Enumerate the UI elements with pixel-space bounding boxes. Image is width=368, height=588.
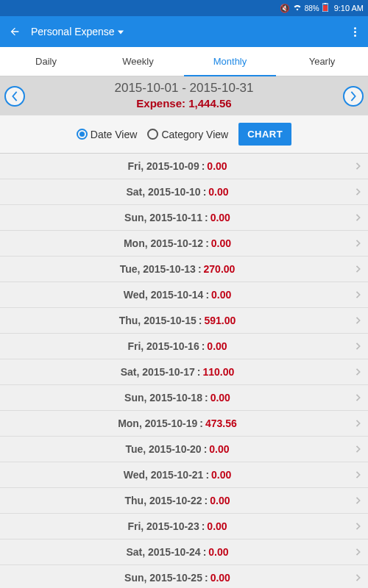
row-sep: : — [201, 186, 209, 198]
chevron-right-icon — [355, 546, 362, 558]
row-amount: 110.00 — [203, 366, 235, 378]
row-sep: : — [203, 469, 211, 481]
row-sep: : — [202, 572, 210, 584]
caret-down-icon — [118, 26, 124, 37]
row-amount: 0.00 — [208, 546, 228, 558]
status-bar: 🔇 88% 9:10 AM — [0, 0, 368, 16]
row-amount: 0.00 — [207, 520, 227, 532]
row-amount: 0.00 — [210, 572, 230, 584]
row-date: Sat, 2015-10-17 — [121, 366, 195, 378]
account-title: Personal Expense — [31, 26, 115, 37]
row-sep: : — [203, 289, 211, 301]
expense-row[interactable]: Wed, 2015-10-21 : 0.00 — [0, 462, 368, 488]
chevron-right-icon — [355, 520, 362, 532]
row-sep: : — [195, 366, 203, 378]
row-sep: : — [203, 237, 211, 249]
chart-button[interactable]: CHART — [238, 123, 291, 146]
date-range-text: 2015-10-01 - 2015-10-31 — [0, 81, 368, 96]
row-date: Tue, 2015-10-13 — [120, 263, 196, 275]
row-date: Fri, 2015-10-23 — [127, 520, 199, 532]
row-amount: 0.00 — [210, 212, 230, 223]
expense-row[interactable]: Wed, 2015-10-14 : 0.00 — [0, 282, 368, 308]
expense-row[interactable]: Tue, 2015-10-13 : 270.00 — [0, 257, 368, 282]
row-sep: : — [197, 417, 205, 429]
date-range-bar: 2015-10-01 - 2015-10-31 Expense: 1,444.5… — [0, 76, 368, 115]
row-amount: 0.00 — [211, 289, 231, 301]
expense-value: 1,444.56 — [188, 97, 231, 110]
row-sep: : — [199, 160, 208, 172]
chevron-right-icon — [355, 237, 362, 249]
back-button[interactable] — [7, 26, 22, 37]
category-view-radio[interactable]: Category View — [147, 129, 228, 140]
row-date: Tue, 2015-10-20 — [125, 443, 201, 455]
account-dropdown[interactable]: Personal Expense — [31, 26, 349, 37]
row-amount: 270.00 — [204, 263, 236, 275]
expense-label: Expense: — [136, 97, 185, 110]
chevron-right-icon — [355, 469, 362, 481]
chevron-right-icon — [355, 212, 362, 223]
row-amount: 0.00 — [211, 469, 231, 481]
expense-row[interactable]: Sun, 2015-10-18 : 0.00 — [0, 385, 368, 411]
row-amount: 473.56 — [205, 417, 237, 429]
radio-checked-icon — [77, 129, 88, 140]
row-date: Sat, 2015-10-10 — [126, 186, 200, 198]
expense-row[interactable]: Fri, 2015-10-09 : 0.00 — [0, 154, 368, 179]
battery-text: 88% — [305, 4, 319, 12]
overflow-menu-button[interactable] — [349, 27, 361, 37]
expense-row[interactable]: Thu, 2015-10-22 : 0.00 — [0, 488, 368, 514]
chevron-right-icon — [355, 340, 362, 352]
expense-row[interactable]: Mon, 2015-10-19 : 473.56 — [0, 411, 368, 437]
chevron-right-icon — [355, 186, 362, 198]
expense-list[interactable]: Fri, 2015-10-09 : 0.00Sat, 2015-10-10 : … — [0, 154, 368, 588]
date-view-radio[interactable]: Date View — [77, 129, 138, 140]
row-sep: : — [197, 315, 205, 326]
tab-daily[interactable]: Daily — [0, 47, 92, 76]
expense-row[interactable]: Sat, 2015-10-24 : 0.00 — [0, 539, 368, 565]
row-date: Fri, 2015-10-09 — [127, 160, 199, 172]
expense-row[interactable]: Sun, 2015-10-25 : 0.00 — [0, 565, 368, 588]
expense-row[interactable]: Fri, 2015-10-23 : 0.00 — [0, 514, 368, 539]
row-sep: : — [201, 546, 209, 558]
row-date: Sun, 2015-10-18 — [124, 392, 202, 404]
row-amount: 0.00 — [207, 340, 227, 352]
row-amount: 591.00 — [204, 315, 236, 326]
prev-period-button[interactable] — [4, 86, 25, 107]
row-date: Sat, 2015-10-24 — [126, 546, 200, 558]
row-sep: : — [202, 495, 210, 506]
expense-row[interactable]: Sat, 2015-10-17 : 110.00 — [0, 359, 368, 385]
row-date: Wed, 2015-10-14 — [124, 289, 204, 301]
period-tabs: DailyWeeklyMonthlyYearly — [0, 47, 368, 76]
expense-row[interactable]: Sat, 2015-10-10 : 0.00 — [0, 179, 368, 205]
chevron-right-icon — [355, 417, 362, 429]
view-controls: Date View Category View CHART — [0, 115, 368, 154]
chevron-right-icon — [355, 160, 362, 172]
expense-row[interactable]: Mon, 2015-10-12 : 0.00 — [0, 231, 368, 257]
row-date: Mon, 2015-10-12 — [124, 237, 203, 249]
expense-row[interactable]: Tue, 2015-10-20 : 0.00 — [0, 437, 368, 462]
date-view-label: Date View — [91, 129, 138, 140]
expense-summary: Expense: 1,444.56 — [0, 97, 368, 110]
row-date: Thu, 2015-10-22 — [125, 495, 202, 506]
next-period-button[interactable] — [343, 86, 364, 107]
row-date: Wed, 2015-10-21 — [124, 469, 204, 481]
mute-icon: 🔇 — [280, 4, 290, 13]
row-amount: 0.00 — [208, 186, 228, 198]
expense-row[interactable]: Sun, 2015-10-11 : 0.00 — [0, 205, 368, 231]
chevron-right-icon — [355, 366, 362, 378]
row-date: Thu, 2015-10-15 — [119, 315, 197, 326]
expense-row[interactable]: Fri, 2015-10-16 : 0.00 — [0, 334, 368, 359]
row-sep: : — [196, 263, 204, 275]
view-radio-group: Date View Category View — [77, 129, 228, 140]
row-sep: : — [202, 443, 210, 455]
tab-weekly[interactable]: Weekly — [92, 47, 184, 76]
battery-icon — [322, 3, 328, 13]
row-sep: : — [202, 392, 210, 404]
tab-monthly[interactable]: Monthly — [184, 47, 276, 76]
radio-unchecked-icon — [147, 129, 158, 140]
tab-yearly[interactable]: Yearly — [276, 47, 368, 76]
row-amount: 0.00 — [210, 495, 230, 506]
row-amount: 0.00 — [209, 443, 229, 455]
expense-row[interactable]: Thu, 2015-10-15 : 591.00 — [0, 308, 368, 334]
svg-rect-2 — [323, 5, 328, 11]
chevron-right-icon — [355, 572, 362, 584]
